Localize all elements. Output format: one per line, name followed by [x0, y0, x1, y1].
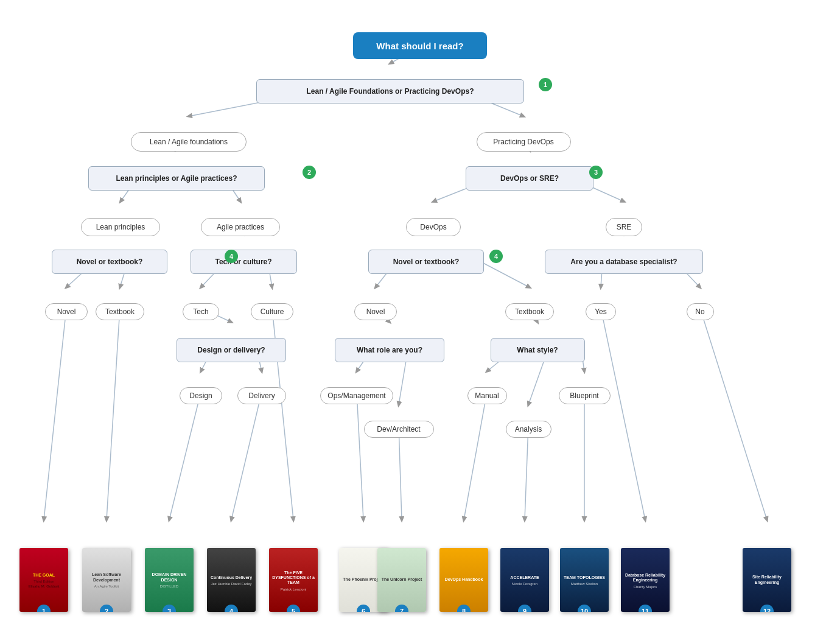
- node-manual: Manual: [467, 387, 507, 404]
- node-delivery: Delivery: [237, 387, 286, 404]
- node-ops_mgmt: Ops/Management: [320, 387, 393, 404]
- svg-line-31: [44, 308, 66, 520]
- book-badge-1: 1: [37, 605, 51, 612]
- node-novel_a: Novel: [45, 303, 88, 320]
- node-design: Design: [180, 387, 222, 404]
- node-lean_p: Lean principles: [81, 218, 160, 236]
- svg-line-36: [357, 392, 363, 520]
- svg-line-33: [169, 392, 201, 520]
- node-agile_p: Agile practices: [201, 218, 280, 236]
- book-item-10: TEAM TOPOLOGIESMatthew Skelton10: [560, 548, 609, 612]
- node-blueprint: Blueprint: [559, 387, 611, 404]
- node-q3: DevOps or SRE?: [466, 166, 593, 191]
- node-q2: Lean principles or Agile practices?: [88, 166, 265, 191]
- book-item-4: Continuous DeliveryJez Humble David Farl…: [207, 548, 256, 612]
- node-dev_arch: Dev/Architect: [364, 421, 434, 438]
- node-culture: Culture: [251, 303, 293, 320]
- book-badge-6: 6: [357, 605, 370, 612]
- node-q4c: Novel or textbook?: [368, 250, 484, 274]
- node-root: What should I read?: [353, 32, 487, 59]
- node-q4a: Novel or textbook?: [52, 250, 167, 274]
- book-item-12: Site Reliability Engineering12: [743, 548, 791, 612]
- svg-line-37: [399, 426, 402, 520]
- book-item-8: DevOps Handbook8: [439, 548, 488, 612]
- book-badge-7: 7: [395, 605, 408, 612]
- node-tech: Tech: [183, 303, 219, 320]
- diagram-container: What should I read?Lean / Agile Foundati…: [0, 0, 840, 635]
- node-analysis: Analysis: [506, 421, 551, 438]
- book-badge-9: 9: [518, 605, 531, 612]
- node-q4d: Are you a database specialist?: [545, 250, 703, 274]
- badge-1: 2: [303, 166, 316, 179]
- book-item-11: Database Reliability EngineeringCharity …: [621, 548, 670, 612]
- node-yes: Yes: [586, 303, 616, 320]
- node-textbook_b: Textbook: [505, 303, 554, 320]
- node-pdevops: Practicing DevOps: [477, 132, 571, 152]
- node-q7: What style?: [491, 338, 585, 362]
- node-q1: Lean / Agile Foundations or Practicing D…: [256, 79, 524, 103]
- node-no: No: [687, 303, 714, 320]
- book-item-3: DOMAIN DRIVEN DESIGNDISTILLED3: [145, 548, 194, 612]
- svg-line-34: [231, 392, 262, 520]
- svg-line-32: [107, 308, 120, 520]
- book-badge-4: 4: [225, 605, 238, 612]
- node-sre_p: SRE: [606, 218, 642, 236]
- book-badge-11: 11: [639, 605, 652, 612]
- book-badge-10: 10: [578, 605, 591, 612]
- node-q4b: Tech or culture?: [191, 250, 297, 274]
- badge-0: 1: [539, 78, 552, 91]
- book-badge-5: 5: [287, 605, 300, 612]
- svg-line-38: [464, 392, 487, 520]
- book-item-2: Lean Software DevelopmentAn Agile Toolki…: [82, 548, 131, 612]
- book-badge-3: 3: [163, 605, 176, 612]
- badge-4: 4: [489, 250, 503, 263]
- node-devops_p: DevOps: [406, 218, 461, 236]
- svg-line-39: [525, 426, 528, 520]
- badge-2: 3: [589, 166, 603, 179]
- svg-line-18: [481, 262, 530, 287]
- node-q5: Design or delivery?: [177, 338, 286, 362]
- node-novel_b: Novel: [354, 303, 397, 320]
- svg-line-42: [700, 308, 767, 520]
- book-badge-2: 2: [100, 605, 113, 612]
- svg-line-41: [601, 308, 645, 520]
- book-item-9: ACCELERATENicole Forsgren9: [500, 548, 549, 612]
- book-item-1: THE GOALThird EditionEliyahu M. Goldratt…: [19, 548, 68, 612]
- book-item-5: The FIVE DYSFUNCTIONS of a TEAMPatrick L…: [269, 548, 318, 612]
- book-item-7: The Unicorn Project7: [377, 548, 426, 612]
- node-q6: What role are you?: [335, 338, 444, 362]
- book-badge-12: 12: [760, 605, 774, 612]
- node-lean_agile: Lean / Agile foundations: [131, 132, 247, 152]
- badge-3: 4: [225, 250, 238, 263]
- node-textbook_a: Textbook: [96, 303, 144, 320]
- book-badge-8: 8: [457, 605, 471, 612]
